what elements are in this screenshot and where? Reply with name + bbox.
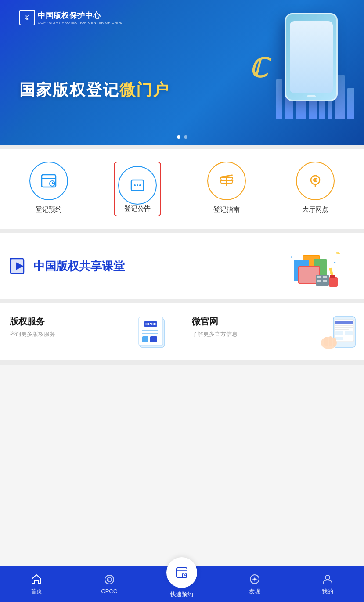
svg-rect-59 bbox=[335, 331, 343, 335]
nav-discover-label: 发现 bbox=[249, 588, 260, 595]
svg-point-19 bbox=[314, 179, 316, 181]
hero-banner: © 中国版权保护中心 COPYRIGHT PROTECTION CENTER O… bbox=[0, 0, 364, 145]
svg-rect-44 bbox=[334, 275, 335, 278]
svg-text:✦: ✦ bbox=[333, 261, 336, 265]
svg-point-78 bbox=[325, 575, 330, 580]
dot-2[interactable] bbox=[184, 135, 187, 139]
service-illustration-wechat bbox=[320, 314, 360, 350]
nav-discover[interactable]: 发现 bbox=[218, 566, 291, 602]
nav-center-circle bbox=[166, 557, 197, 588]
guide-icon bbox=[217, 171, 236, 191]
svg-rect-43 bbox=[332, 275, 334, 278]
bottom-spacer bbox=[0, 365, 364, 479]
svg-rect-40 bbox=[323, 280, 327, 282]
svg-rect-38 bbox=[323, 276, 327, 278]
svg-rect-61 bbox=[335, 337, 343, 340]
svg-rect-63 bbox=[324, 337, 328, 346]
nav-quick-label: 快速预约 bbox=[170, 591, 193, 598]
menu-icon-notice bbox=[118, 166, 157, 205]
bottom-nav: 首页 © CPCC 快速预约 bbox=[0, 566, 364, 602]
menu-label-booking: 登记预约 bbox=[36, 205, 62, 214]
c-decoration: ℂ bbox=[249, 53, 267, 83]
svg-rect-65 bbox=[333, 338, 336, 346]
menu-icon-hall bbox=[296, 162, 335, 200]
logo-en: COPYRIGHT PROTECTION CENTER OF CHINA bbox=[38, 21, 124, 25]
svg-rect-39 bbox=[317, 280, 321, 282]
logo-cn: 中国版权保护中心 bbox=[38, 11, 124, 21]
divider-4 bbox=[0, 360, 364, 365]
menu-label-hall: 大厅网点 bbox=[302, 205, 328, 214]
svg-text:CPCC: CPCC bbox=[145, 322, 157, 326]
menu-item-hall[interactable]: 大厅网点 bbox=[271, 162, 360, 214]
nav-cpcc[interactable]: © CPCC bbox=[73, 566, 146, 602]
divider-2 bbox=[0, 229, 364, 233]
phone-mockup bbox=[285, 13, 338, 101]
svg-rect-69 bbox=[177, 568, 187, 577]
logo: © 中国版权保护中心 COPYRIGHT PROTECTION CENTER O… bbox=[19, 10, 124, 25]
course-banner[interactable]: 中国版权共享课堂 + ✦ bbox=[0, 233, 364, 299]
service-card-wechat[interactable]: 微官网 了解更多官方信息 bbox=[182, 303, 364, 360]
dot-1[interactable] bbox=[177, 135, 180, 139]
svg-rect-55 bbox=[335, 321, 353, 324]
divider-1 bbox=[0, 145, 364, 149]
svg-rect-52 bbox=[142, 336, 148, 342]
nav-mine-label: 我的 bbox=[322, 588, 333, 595]
service-illustration-copyright: CPCC bbox=[138, 314, 177, 350]
hero-title-part2: 微门户 bbox=[119, 81, 169, 99]
cpcc-icon: © bbox=[103, 573, 115, 586]
home-icon bbox=[30, 573, 43, 585]
svg-rect-41 bbox=[329, 277, 338, 287]
notice-icon bbox=[128, 176, 147, 195]
menu-item-booking[interactable]: 登记预约 bbox=[4, 162, 93, 214]
booking-icon bbox=[39, 171, 58, 191]
svg-point-8 bbox=[139, 184, 141, 186]
menu-label-guide: 登记指南 bbox=[213, 205, 240, 214]
svg-text:+: + bbox=[338, 251, 340, 256]
menu-item-guide[interactable]: 登记指南 bbox=[182, 162, 271, 214]
svg-point-77 bbox=[254, 578, 256, 580]
quick-booking-icon bbox=[175, 566, 189, 580]
menu-icon-booking bbox=[29, 162, 68, 200]
pagination bbox=[177, 135, 187, 139]
nav-quick-booking[interactable]: 快速预约 bbox=[146, 566, 219, 602]
svg-point-7 bbox=[137, 184, 138, 186]
hero-title: 国家版权登记微门户 bbox=[19, 79, 169, 101]
menu-label-notice: 登记公告 bbox=[124, 205, 151, 216]
divider-3 bbox=[0, 299, 364, 303]
svg-rect-51 bbox=[150, 336, 157, 342]
svg-point-33 bbox=[291, 256, 292, 258]
logo-icon: © bbox=[19, 10, 35, 25]
service-section: 版权服务 咨询更多版权服务 CPCC 微官网 了解更多官方信息 bbox=[0, 303, 364, 360]
compass-icon bbox=[249, 573, 261, 585]
nav-home[interactable]: 首页 bbox=[0, 566, 73, 602]
course-illustration: + ✦ bbox=[267, 242, 355, 290]
course-logo: 中国版权共享课堂 bbox=[9, 255, 125, 277]
menu-icon-guide bbox=[207, 162, 246, 200]
menu-item-notice[interactable]: 登记公告 bbox=[93, 162, 182, 216]
course-logo-icon bbox=[9, 255, 31, 277]
svg-point-6 bbox=[134, 184, 136, 186]
service-card-copyright[interactable]: 版权服务 咨询更多版权服务 CPCC bbox=[0, 303, 182, 360]
menu-grid: 登记预约 登记公告 bbox=[0, 149, 364, 229]
nav-home-label: 首页 bbox=[31, 588, 42, 595]
nav-cpcc-label: CPCC bbox=[101, 588, 117, 595]
svg-rect-64 bbox=[329, 336, 332, 346]
hall-icon bbox=[306, 171, 325, 191]
svg-rect-37 bbox=[317, 276, 321, 278]
hero-title-part1: 国家版权登记 bbox=[19, 81, 119, 99]
svg-point-66 bbox=[105, 575, 114, 584]
nav-mine[interactable]: 我的 bbox=[291, 566, 364, 602]
svg-rect-60 bbox=[345, 331, 353, 335]
svg-rect-42 bbox=[330, 275, 332, 278]
course-logo-text: 中国版权共享课堂 bbox=[33, 259, 125, 274]
user-icon bbox=[321, 573, 334, 585]
